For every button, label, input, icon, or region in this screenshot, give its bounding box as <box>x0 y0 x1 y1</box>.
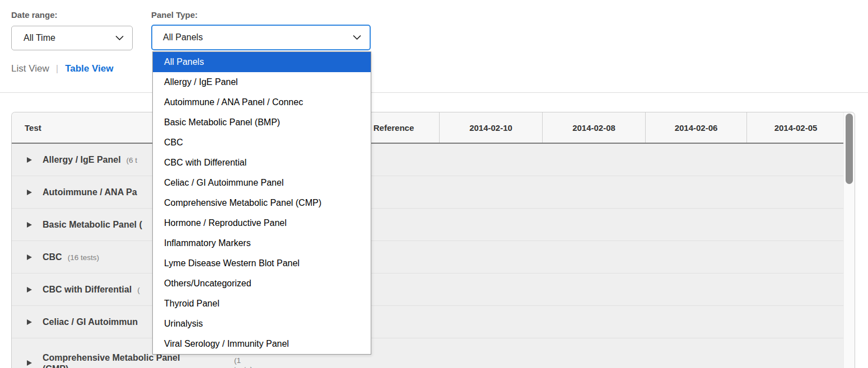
panel-type-listbox: All PanelsAllergy / IgE PanelAutoimmune … <box>152 51 371 355</box>
vertical-scrollbar[interactable] <box>843 112 855 368</box>
table-row[interactable]: Comprehensive Metabolic Panel (CMP) (1 t… <box>12 338 844 368</box>
row-name: CBC with Differential <box>43 285 132 294</box>
view-toggle: List View|Table View <box>11 63 113 74</box>
expand-triangle-icon[interactable] <box>27 319 32 325</box>
row-count: (16 tests) <box>68 253 99 262</box>
row-name-wrap: CBC <box>32 252 62 262</box>
dropdown-option[interactable]: Hormone / Reproductive Panel <box>153 213 371 233</box>
dropdown-option[interactable]: Inflammatory Markers <box>153 233 371 253</box>
table-row[interactable]: Autoimmune / ANA Pa <box>12 176 844 209</box>
dropdown-option[interactable]: All Panels <box>153 52 371 72</box>
date-range-label: Date range: <box>11 10 58 20</box>
dropdown-option[interactable]: Lyme Disease Western Blot Panel <box>153 253 371 273</box>
dropdown-option[interactable]: CBC <box>153 133 371 153</box>
dropdown-option[interactable]: Allergy / IgE Panel <box>153 72 371 92</box>
table-row[interactable]: Allergy / IgE Panel (6 t <box>12 144 844 176</box>
dropdown-option[interactable]: Viral Serology / Immunity Panel <box>153 334 371 354</box>
row-name-wrap: Allergy / IgE Panel <box>32 155 121 165</box>
date-range-value: All Time <box>24 33 55 43</box>
chevron-down-icon <box>115 36 124 41</box>
row-name: Allergy / IgE Panel <box>43 155 121 164</box>
table-header-row: TestReference2014-02-102014-02-082014-02… <box>12 112 844 144</box>
row-name-wrap: Celiac / GI Autoimmun <box>32 317 138 327</box>
row-count-wrap: ( <box>132 285 140 295</box>
expand-triangle-icon[interactable] <box>27 190 32 195</box>
column-header: 2014-02-08 <box>542 112 645 143</box>
section-divider <box>0 92 868 93</box>
row-name: Autoimmune / ANA Pa <box>43 187 137 197</box>
dropdown-option[interactable]: Others/Uncategorized <box>153 273 371 294</box>
dropdown-option[interactable]: Thyroid Panel <box>153 294 371 314</box>
table-body: Allergy / IgE Panel (6 t Autoimmune / AN… <box>12 144 844 368</box>
panel-type-label: Panel Type: <box>151 10 198 20</box>
expand-triangle-icon[interactable] <box>27 222 32 228</box>
dropdown-option[interactable]: CBC with Differential <box>153 153 371 173</box>
date-range-select[interactable]: All Time <box>11 26 133 50</box>
row-count-wrap: (1 tests) <box>234 356 253 368</box>
dropdown-option[interactable]: Celiac / GI Autoimmune Panel <box>153 173 371 193</box>
row-count-line2: tests) <box>234 365 253 368</box>
scrollbar-thumb[interactable] <box>846 114 853 184</box>
row-count-wrap: (6 t <box>121 155 138 165</box>
row-count: (1 <box>234 356 253 365</box>
row-name: Basic Metabolic Panel ( <box>43 220 142 229</box>
chevron-down-icon <box>353 35 361 40</box>
row-count-wrap <box>138 317 143 327</box>
row-count: (6 t <box>127 156 138 164</box>
row-name-wrap: Basic Metabolic Panel ( <box>32 220 142 230</box>
table-view-link[interactable]: Table View <box>65 63 113 74</box>
view-separator: | <box>56 63 58 74</box>
expand-triangle-icon[interactable] <box>27 157 32 163</box>
panel-type-select[interactable]: All Panels <box>151 25 371 50</box>
list-view-link[interactable]: List View <box>11 63 49 74</box>
dropdown-option[interactable]: Comprehensive Metabolic Panel (CMP) <box>153 193 371 213</box>
row-name: Celiac / GI Autoimmun <box>43 317 138 327</box>
dropdown-option[interactable]: Urinalysis <box>153 314 371 334</box>
row-name-wrap: Comprehensive Metabolic Panel (CMP) <box>43 352 180 368</box>
column-header: 2014-02-06 <box>645 112 746 143</box>
table-row[interactable]: Basic Metabolic Panel ( <box>12 209 844 241</box>
panel-type-value: All Panels <box>163 32 203 43</box>
column-header: 2014-02-05 <box>746 112 844 143</box>
dropdown-option[interactable]: Basic Metabolic Panel (BMP) <box>153 112 371 133</box>
results-table: TestReference2014-02-102014-02-082014-02… <box>11 112 855 368</box>
row-count-wrap: (16 tests) <box>62 252 99 262</box>
row-count-wrap <box>137 187 143 197</box>
expand-triangle-icon[interactable] <box>27 360 32 366</box>
row-name: CBC <box>43 252 62 262</box>
table-row[interactable]: CBC (16 tests) <box>12 241 844 273</box>
row-name-line2: (CMP) <box>43 364 180 368</box>
row-name-wrap: CBC with Differential <box>32 285 132 295</box>
table-row[interactable]: Celiac / GI Autoimmun <box>12 306 844 338</box>
column-header: 2014-02-10 <box>439 112 542 143</box>
row-count: ( <box>137 286 140 294</box>
table-row[interactable]: CBC with Differential ( <box>12 273 844 306</box>
row-name-wrap: Autoimmune / ANA Pa <box>32 187 137 197</box>
expand-triangle-icon[interactable] <box>27 287 32 292</box>
expand-triangle-icon[interactable] <box>27 254 32 260</box>
row-count-wrap <box>142 220 148 230</box>
dropdown-option[interactable]: Autoimmune / ANA Panel / Connec <box>153 92 371 112</box>
